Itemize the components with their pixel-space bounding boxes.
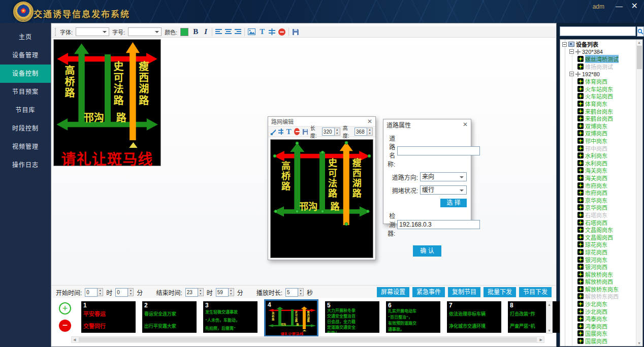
tree-device-邗中岗西[interactable]: 邗中岗西 — [560, 144, 636, 152]
scroll-down-icon[interactable]: ▼ — [548, 329, 551, 332]
tree-device-银河岗东[interactable]: 银河岗东 — [560, 256, 636, 263]
scroll-up-icon[interactable]: ▲ — [548, 303, 551, 306]
color-swatch[interactable] — [180, 28, 188, 36]
tree-device-石塔岗东[interactable]: 石塔岗东 — [560, 211, 636, 219]
end-hour-stepper[interactable]: ▲▼ — [198, 288, 204, 296]
tree-device-双博岗东[interactable]: 双博岗东 — [560, 122, 636, 130]
drag-handle[interactable] — [296, 142, 299, 145]
sidebar-item-节目预案[interactable]: 节目预案 — [0, 83, 51, 101]
font-select[interactable] — [76, 27, 109, 36]
program-thumbnail-7[interactable]: 7依法治理非标车辆净化城市交通环境 — [447, 301, 501, 333]
image-tool-icon[interactable] — [248, 28, 255, 35]
bold-button[interactable]: B — [191, 27, 200, 36]
stop-tool-icon[interactable] — [278, 28, 285, 36]
tree-device-市府岗东[interactable]: 市府岗东 — [560, 181, 636, 189]
tree-device-解放桥东岗西[interactable]: 解放桥东岗西 — [560, 293, 636, 300]
tree-device-鸿泰岗西[interactable]: 鸿泰岗西 — [560, 323, 636, 330]
remove-frame-button[interactable]: − — [59, 320, 71, 332]
tree-device-火车站岗东[interactable]: 火车站岗东 — [560, 85, 636, 93]
sidebar-item-设备控制[interactable]: 设备控制 — [0, 65, 51, 83]
tree-device-来鹤台岗东[interactable]: 来鹤台岗东 — [560, 107, 636, 115]
drag-handle[interactable] — [273, 154, 277, 157]
tree-device-海关岗东[interactable]: 海关岗东 — [560, 167, 636, 174]
tree-device-维扬岗测试[interactable]: 维扬岗测试 — [560, 63, 636, 71]
select-button[interactable]: 选 择 — [440, 199, 467, 207]
tree-device-国展岗东[interactable]: 国展岗东 — [560, 330, 636, 337]
align-left-icon[interactable] — [215, 29, 222, 35]
drag-handle[interactable] — [344, 222, 348, 226]
font-size-select[interactable] — [128, 27, 162, 36]
start-hour-stepper[interactable]: ▲▼ — [98, 288, 103, 296]
sidebar-item-主页[interactable]: 主页 — [0, 28, 51, 46]
drag-handle[interactable] — [320, 209, 324, 213]
align-center-icon[interactable] — [225, 29, 232, 35]
drag-handle[interactable] — [367, 154, 371, 157]
height-stepper[interactable]: ▲▼ — [367, 128, 373, 136]
action-button-批量下发[interactable]: 批量下发 — [484, 287, 516, 297]
align-right-icon[interactable] — [235, 29, 241, 35]
tree-device-来鹤台岗西[interactable]: 来鹤台岗西 — [560, 115, 636, 122]
tree-device-水利岗西[interactable]: 水利岗西 — [560, 160, 636, 167]
tree-device-双博岗西[interactable]: 双博岗西 — [560, 130, 636, 137]
action-button-节目下发[interactable]: 节目下发 — [519, 287, 552, 297]
scroll-right-icon[interactable]: ▶ — [540, 338, 542, 342]
program-thumbnail-8[interactable]: 8打击改装“炸严查严惩“机 — [508, 301, 562, 333]
start-minute-input[interactable] — [115, 288, 128, 297]
sidebar-item-操作日志[interactable]: 操作日志 — [0, 156, 51, 174]
tree-device-沙北岗西[interactable]: 沙北岗西 — [560, 307, 636, 315]
tree-device-鸿泰岗东[interactable]: 鸿泰岗东 — [560, 315, 636, 323]
drag-handle[interactable] — [344, 141, 348, 145]
text-tool-icon[interactable]: T — [286, 128, 292, 136]
filmstrip-vertical-scrollbar[interactable]: ▲ ▼ — [546, 301, 553, 334]
italic-button[interactable]: I — [203, 27, 209, 36]
drag-handle[interactable] — [320, 151, 324, 154]
filmstrip-horizontal-scrollbar[interactable]: ◀ ▶ — [71, 336, 544, 343]
duration-input[interactable] — [285, 288, 298, 297]
end-hour-input[interactable] — [185, 288, 198, 297]
road-tool-icon[interactable] — [278, 129, 283, 135]
duration-stepper[interactable]: ▲▼ — [298, 288, 304, 296]
action-button-复制节目[interactable]: 复制节目 — [448, 287, 480, 297]
editor-canvas[interactable]: 高桥路史可法路瘦西湖路邗沟路请礼让斑马线 路网编辑 ✕ T 长度: ▲▼ 高度:… — [52, 38, 556, 285]
drag-handle[interactable] — [296, 209, 299, 213]
start-hour-input[interactable] — [85, 288, 98, 297]
minimize-icon[interactable]: — — [616, 2, 623, 10]
collapse-icon[interactable] — [569, 72, 574, 76]
scroll-left-icon[interactable]: ◀ — [73, 338, 76, 342]
roadnet-edit-canvas[interactable]: 高桥路史可法路瘦西湖路邗沟路 — [270, 139, 373, 258]
middle-road-bar[interactable] — [319, 152, 326, 212]
tree-device-国展岗西[interactable]: 国展岗西 — [560, 337, 636, 345]
close-icon[interactable]: ✕ — [367, 118, 372, 125]
confirm-button[interactable]: 确 认 — [413, 245, 441, 257]
sidebar-item-设备管理[interactable]: 设备管理 — [0, 46, 51, 65]
search-button[interactable] — [637, 26, 644, 37]
scroll-down-icon[interactable]: ▼ — [637, 341, 641, 345]
start-minute-stepper[interactable]: ▲▼ — [128, 288, 134, 296]
draw-line-tool-icon[interactable] — [271, 129, 276, 135]
tree-device-京华岗西[interactable]: 京华岗西 — [560, 204, 636, 211]
sidebar-item-视频管理[interactable]: 视频管理 — [0, 138, 51, 156]
congestion-select[interactable]: 缓行 — [420, 185, 467, 195]
tree-device-海关岗西[interactable]: 海关岗西 — [560, 174, 636, 182]
close-icon[interactable]: ✕ — [631, 1, 638, 11]
tree-device-水利岗东[interactable]: 水利岗东 — [560, 152, 636, 160]
tree-device-石塔岗西[interactable]: 石塔岗西 — [560, 218, 636, 226]
collapse-icon[interactable] — [562, 42, 567, 47]
tree-device-文昌阁岗东[interactable]: 文昌阁岗东 — [560, 226, 636, 234]
program-thumbnail-4[interactable]: 4高桥路史可法路瘦西湖路邗沟路请礼让斑马线 — [264, 299, 318, 337]
tree-device-体育岗东[interactable]: 体育岗东 — [560, 100, 636, 108]
tree-device-解放桥岗西[interactable]: 解放桥岗西 — [560, 278, 636, 286]
drag-handle[interactable] — [366, 209, 369, 213]
scroll-up-icon[interactable]: ▲ — [637, 41, 641, 44]
tree-group-192*80[interactable]: 192*80 — [560, 70, 636, 78]
tree-device-银河岗西[interactable]: 银河岗西 — [560, 263, 636, 271]
tree-device-体育岗西[interactable]: 体育岗西 — [560, 78, 636, 85]
length-input[interactable] — [322, 128, 335, 136]
tree-device-邗中岗东[interactable]: 邗中岗东 — [560, 137, 636, 145]
action-button-屏幕设置[interactable]: 屏幕设置 — [377, 287, 409, 297]
road-name-input[interactable] — [397, 146, 480, 155]
tree-device-解放桥岗东[interactable]: 解放桥岗东 — [560, 270, 636, 278]
tree-device-文昌阁岗西[interactable]: 文昌阁岗西 — [560, 233, 636, 241]
program-thumbnail-1[interactable]: 1平安春运交警同行 — [81, 301, 136, 333]
tree-device-琼花岗东[interactable]: 琼花岗东 — [560, 241, 636, 248]
